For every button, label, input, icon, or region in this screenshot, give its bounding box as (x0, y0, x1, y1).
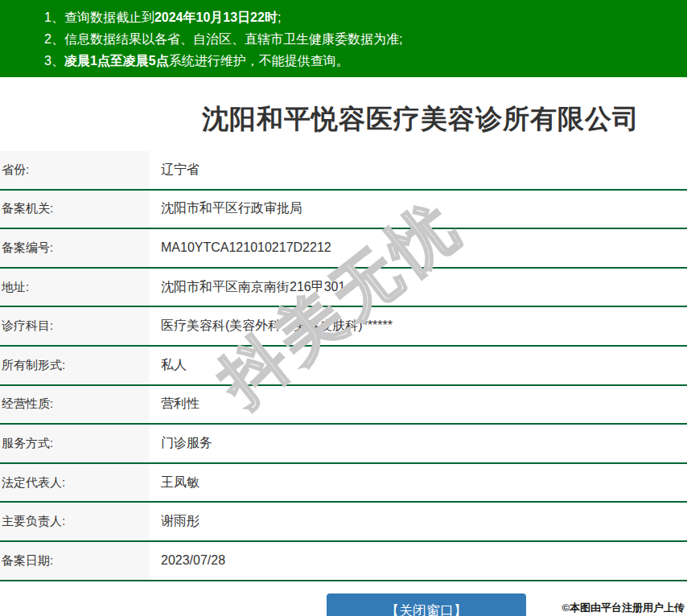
notice-line-number: 2、 (44, 32, 64, 46)
notice-text-bold: 2024年10月13日22时 (154, 10, 278, 24)
table-row: 备案编号:MA10YTCA121010217D2212 (0, 229, 687, 269)
row-value: 私人 (149, 347, 187, 384)
notice-line-number: 1、 (44, 10, 64, 24)
close-window-button[interactable]: 【关闭窗口】 (327, 593, 526, 616)
notice-text: 系统进行维护，不能提供查询。 (169, 54, 349, 68)
notice-text: 信息数据结果以各省、自治区、直辖市卫生健康委数据为准; (64, 32, 402, 46)
row-value: 门诊服务 (149, 425, 212, 462)
table-row: 备案日期:2023/07/28 (0, 542, 687, 581)
row-label: 备案机关: (0, 191, 149, 228)
copyright-note: ©本图由平台注册用户上传 (562, 601, 685, 615)
notice-line-3: 3、凌晨1点至凌晨5点系统进行维护，不能提供查询。 (44, 50, 679, 72)
notice-line-number: 3、 (44, 54, 64, 68)
table-row: 地址:沈阳市和平区南京南街216甲301 (0, 269, 687, 308)
notice-line-2: 2、信息数据结果以各省、自治区、直辖市卫生健康委数据为准; (44, 28, 679, 50)
row-label: 备案日期: (0, 542, 149, 580)
row-label: 备案编号: (0, 229, 149, 267)
table-row: 经营性质:营利性 (0, 386, 687, 425)
row-value: 沈阳市和平区南京南街216甲301 (149, 269, 345, 306)
table-row: 诊疗科目:医疗美容科(美容外科、美容皮肤科)****** (0, 307, 687, 347)
notice-text: 查询数据截止到 (64, 10, 154, 24)
row-value: 王凤敏 (149, 464, 200, 502)
table-row: 省份:辽宁省 (0, 151, 687, 191)
table-row: 服务方式:门诊服务 (0, 425, 687, 464)
page-title: 沈阳和平悦容医疗美容诊所有限公司 (77, 101, 687, 138)
row-label: 主要负责人: (0, 503, 149, 540)
notice-text: ; (278, 10, 281, 24)
row-value: 营利性 (149, 386, 200, 424)
row-value: 医疗美容科(美容外科、美容皮肤科)****** (149, 307, 393, 345)
row-label: 所有制形式: (0, 347, 149, 384)
notice-banner: 1、查询数据截止到2024年10月13日22时; 2、信息数据结果以各省、自治区… (0, 0, 687, 77)
row-value: 沈阳市和平区行政审批局 (149, 191, 302, 228)
row-value: MA10YTCA121010217D2212 (149, 229, 331, 267)
row-value: 2023/07/28 (149, 542, 225, 580)
row-label: 经营性质: (0, 386, 149, 424)
table-row: 主要负责人:谢雨彤 (0, 503, 687, 542)
row-value: 辽宁省 (149, 151, 200, 189)
row-value: 谢雨彤 (149, 503, 200, 540)
table-row: 备案机关:沈阳市和平区行政审批局 (0, 191, 687, 230)
notice-text-bold: 凌晨1点至凌晨5点 (64, 54, 169, 68)
info-table: 省份:辽宁省备案机关:沈阳市和平区行政审批局备案编号:MA10YTCA12101… (0, 151, 687, 581)
row-label: 地址: (0, 269, 149, 306)
table-row: 所有制形式:私人 (0, 347, 687, 386)
row-label: 服务方式: (0, 425, 149, 462)
notice-line-1: 1、查询数据截止到2024年10月13日22时; (44, 6, 679, 28)
row-label: 诊疗科目: (0, 307, 149, 345)
table-row: 法定代表人:王凤敏 (0, 464, 687, 503)
row-label: 法定代表人: (0, 464, 149, 502)
row-label: 省份: (0, 151, 149, 189)
